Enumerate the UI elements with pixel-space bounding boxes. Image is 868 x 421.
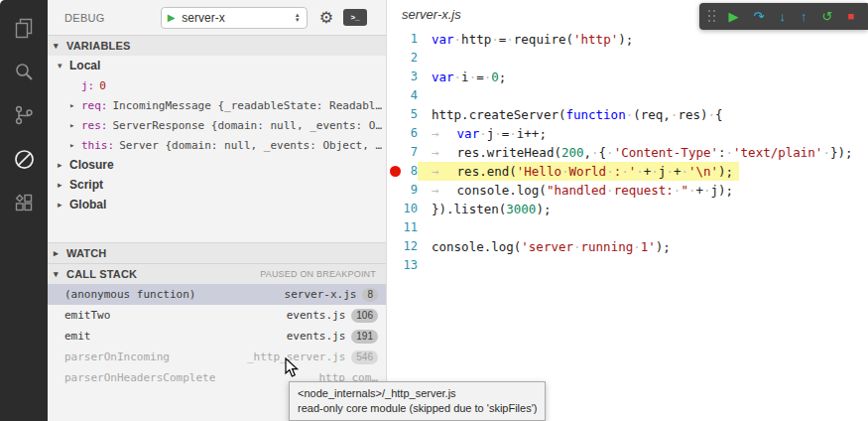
tooltip-detail: read-only core module (skipped due to 's…: [298, 401, 537, 416]
code-line[interactable]: [418, 218, 447, 237]
frame-function: parserOnHeadersComplete: [64, 371, 215, 384]
debug-toolbar: ▶↷↓↑↺■: [699, 3, 868, 30]
line-number-badge: 106: [351, 309, 378, 323]
scope-closure[interactable]: ▸Closure: [48, 155, 386, 175]
line-number: 3: [411, 70, 418, 83]
mouse-cursor-icon: [284, 357, 300, 379]
source-control-branch-icon: [12, 103, 36, 127]
frame-location: server-x.js8: [285, 288, 378, 302]
code-line[interactable]: →res.end('Hello·World·:·'·+·j·+·'\n');: [418, 162, 739, 181]
activity-item-source-control[interactable]: [0, 93, 48, 137]
activity-bar: [0, 0, 48, 421]
scope-label: Global: [69, 198, 106, 211]
editor-pane: server-x.js 12345678910111213 var·http·=…: [388, 0, 868, 421]
variables-section-header[interactable]: ▾ VARIABLES: [48, 35, 386, 56]
watch-section-label: WATCH: [66, 247, 107, 259]
line-number: 9: [411, 183, 418, 197]
code-line[interactable]: var·i·=·0;: [418, 68, 506, 86]
stack-frame[interactable]: emitTwoevents.js106: [48, 305, 386, 326]
line-number: 2: [411, 51, 418, 65]
gutter-line: 12: [388, 237, 418, 256]
code-line[interactable]: →res.writeHead(200,·{·'Content-Type':·'t…: [418, 143, 852, 162]
scope-label: Script: [69, 178, 103, 192]
frame-function: (anonymous function): [64, 288, 195, 301]
activity-item-search[interactable]: [0, 50, 48, 93]
line-number: 4: [411, 88, 418, 102]
frame-function: parserOnIncoming: [64, 351, 170, 363]
activity-item-extensions[interactable]: [0, 181, 48, 224]
variable-j[interactable]: j:0: [48, 75, 386, 95]
stack-frame[interactable]: (anonymous function)server-x.js8: [48, 284, 386, 305]
activity-item-explorer[interactable]: [0, 6, 48, 50]
tab-whitespace-icon: →: [432, 124, 457, 143]
stack-frame[interactable]: emitevents.js191: [48, 326, 386, 347]
search-icon: [12, 60, 36, 83]
watch-section-header[interactable]: ▸ WATCH: [48, 242, 386, 263]
gutter-line: 7: [388, 143, 418, 162]
scope-global[interactable]: ▸Global: [48, 195, 386, 214]
chevron-right-icon: ▸: [58, 180, 69, 190]
chevron-right-icon: ▸: [58, 160, 69, 170]
variable-res[interactable]: ▸res:ServerResponse {domain: null, _even…: [48, 115, 386, 135]
tooltip-module-path: <node_internals>/_http_server.js: [298, 386, 537, 401]
variable-value: ServerResponse {domain: null, _events: O…: [113, 119, 383, 132]
paused-on-breakpoint-status: PAUSED ON BREAKPOINT: [260, 269, 376, 279]
code-line[interactable]: [418, 86, 447, 105]
line-number: 12: [404, 239, 418, 253]
line-number: 13: [404, 258, 418, 272]
code-line[interactable]: →console.log("handled·request:·"·+·j);: [418, 181, 733, 200]
gutter-line: 3: [388, 68, 418, 86]
restart-button[interactable]: ↺: [821, 10, 832, 23]
gutter-line: 9: [388, 181, 418, 200]
continue-button[interactable]: ▶: [729, 10, 739, 23]
file-title[interactable]: server-x.js: [402, 7, 461, 22]
variable-req[interactable]: ▸req:IncomingMessage {_readableState: Re…: [48, 95, 386, 115]
scope-local[interactable]: ▾Local: [48, 56, 386, 75]
code-line[interactable]: console.log('server·running·1');: [418, 237, 671, 256]
gutter-line: 13: [388, 256, 418, 275]
start-debugging-icon[interactable]: ▶: [168, 13, 176, 23]
extensions-icon: [12, 191, 36, 214]
debug-toolbar-buttons: ▶↷↓↑↺■: [729, 10, 854, 23]
call-stack-pane: ▾ CALL STACK PAUSED ON BREAKPOINT (anony…: [48, 263, 386, 388]
frame-function: emitTwo: [64, 309, 110, 322]
gutter-line: 10: [388, 200, 418, 218]
code-area: 12345678910111213 var·http·=·require('ht…: [388, 30, 868, 275]
launch-config-label: server-x: [182, 11, 224, 25]
line-number: 6: [411, 126, 418, 140]
code-line[interactable]: [418, 49, 447, 68]
scope-script[interactable]: ▸Script: [48, 175, 386, 195]
code-line[interactable]: http.createServer(function·(req,·res)·{: [418, 105, 723, 124]
frame-location: _http_server.js546: [247, 351, 378, 364]
configure-gear-icon[interactable]: ⚙: [319, 8, 333, 27]
code-line[interactable]: [418, 256, 447, 275]
debug-console-icon[interactable]: >_: [343, 9, 367, 26]
gutter-line: 1: [388, 30, 418, 49]
line-number: 11: [404, 220, 418, 234]
code-line[interactable]: var·http·=·require('http');: [418, 30, 633, 49]
call-stack-section-header[interactable]: ▾ CALL STACK PAUSED ON BREAKPOINT: [48, 263, 386, 284]
scope-label: Closure: [69, 158, 114, 172]
gutter-line: 11: [388, 218, 418, 237]
line-number-badge: 191: [351, 330, 378, 344]
code-line[interactable]: }).listen(3000);: [418, 200, 551, 218]
tab-whitespace-icon: →: [432, 143, 457, 162]
step-into-button[interactable]: ↓: [779, 10, 786, 23]
variable-value: 0: [99, 79, 106, 92]
tab-whitespace-icon: →: [432, 162, 457, 181]
files-icon: [12, 16, 36, 40]
stack-frame[interactable]: parserOnIncoming_http_server.js546: [48, 347, 386, 367]
toolbar-drag-handle-icon[interactable]: [708, 10, 716, 23]
debug-panel-header: DEBUG ▶ server-x ▲▼ ⚙ >_: [48, 0, 386, 35]
frame-location: events.js106: [287, 309, 378, 323]
stop-button[interactable]: ■: [847, 11, 854, 22]
step-out-button[interactable]: ↑: [801, 10, 807, 23]
launch-config-select[interactable]: ▶ server-x ▲▼: [161, 7, 308, 29]
breakpoint-icon[interactable]: [390, 166, 401, 177]
variable-this[interactable]: ▸this:Server {domain: null, _events: Obj…: [48, 135, 386, 155]
variables-section-label: VARIABLES: [66, 40, 131, 52]
step-over-button[interactable]: ↷: [754, 10, 765, 23]
activity-item-debug[interactable]: [0, 137, 48, 181]
code-line[interactable]: →var·j·=·i++;: [418, 124, 547, 143]
chevron-down-icon: ▾: [54, 269, 66, 279]
